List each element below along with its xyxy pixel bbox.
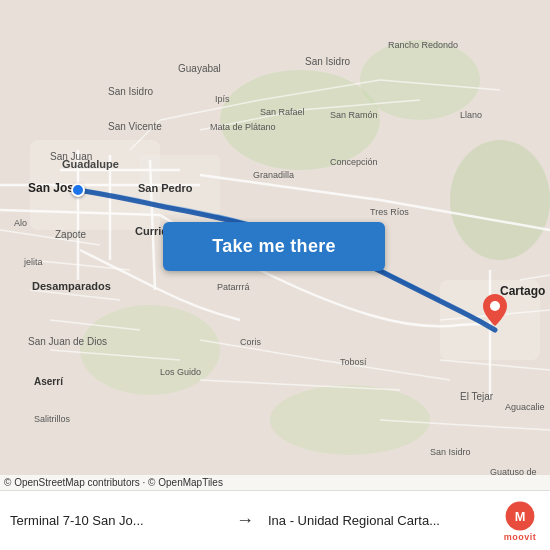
route-arrow-icon: → bbox=[232, 510, 258, 531]
svg-text:Concepción: Concepción bbox=[330, 157, 378, 167]
origin-label: Terminal 7-10 San Jo... bbox=[10, 513, 144, 528]
svg-text:San Isidro: San Isidro bbox=[305, 56, 350, 67]
svg-text:Aguacalie: Aguacalie bbox=[505, 402, 545, 412]
svg-point-70 bbox=[490, 301, 500, 311]
svg-text:Guadalupe: Guadalupe bbox=[62, 158, 119, 170]
origin-marker bbox=[71, 183, 85, 197]
svg-text:Mata de Plátano: Mata de Plátano bbox=[210, 122, 276, 132]
svg-text:Llano: Llano bbox=[460, 110, 482, 120]
take-me-there-button[interactable]: Take me there bbox=[163, 222, 385, 271]
svg-text:Guayabal: Guayabal bbox=[178, 63, 221, 74]
moovit-brand-text: moovit bbox=[504, 532, 537, 542]
svg-text:Aserrí: Aserrí bbox=[34, 376, 64, 387]
svg-text:San Pedro: San Pedro bbox=[138, 182, 193, 194]
svg-text:jelita: jelita bbox=[23, 257, 43, 267]
destination-label: Ina - Unidad Regional Carta... bbox=[268, 513, 440, 528]
map-container: San Juan San Isidro Guayabal San Isidro … bbox=[0, 0, 550, 490]
svg-point-6 bbox=[80, 305, 220, 395]
svg-text:San Vicente: San Vicente bbox=[108, 121, 162, 132]
map-attribution: © OpenStreetMap contributors · © OpenMap… bbox=[0, 475, 550, 490]
svg-point-8 bbox=[450, 140, 550, 260]
svg-point-7 bbox=[270, 385, 430, 455]
svg-text:Ipís: Ipís bbox=[215, 94, 230, 104]
svg-text:San Juan de Dios: San Juan de Dios bbox=[28, 336, 107, 347]
svg-text:Patarrrá: Patarrrá bbox=[217, 282, 250, 292]
attribution-text: © OpenStreetMap contributors · © OpenMap… bbox=[4, 477, 223, 488]
svg-text:El Tejar: El Tejar bbox=[460, 391, 494, 402]
svg-text:Los Guido: Los Guido bbox=[160, 367, 201, 377]
svg-point-4 bbox=[220, 70, 380, 170]
svg-text:San Ramón: San Ramón bbox=[330, 110, 378, 120]
svg-text:Granadilla: Granadilla bbox=[253, 170, 294, 180]
destination-marker bbox=[483, 294, 507, 330]
svg-text:Rancho Redondo: Rancho Redondo bbox=[388, 40, 458, 50]
moovit-logo: M moovit bbox=[490, 500, 550, 542]
svg-text:M: M bbox=[515, 508, 526, 523]
svg-text:San Isidro: San Isidro bbox=[430, 447, 471, 457]
bottom-bar: Terminal 7-10 San Jo... → Ina - Unidad R… bbox=[0, 490, 550, 550]
svg-text:Alo: Alo bbox=[14, 218, 27, 228]
svg-text:Coris: Coris bbox=[240, 337, 262, 347]
svg-text:Tobosí: Tobosí bbox=[340, 357, 367, 367]
svg-text:Tres Ríos: Tres Ríos bbox=[370, 207, 409, 217]
svg-text:San Isidro: San Isidro bbox=[108, 86, 153, 97]
route-destination: Ina - Unidad Regional Carta... bbox=[258, 513, 490, 528]
route-origin: Terminal 7-10 San Jo... bbox=[0, 513, 232, 528]
svg-text:San Rafael: San Rafael bbox=[260, 107, 305, 117]
take-me-there-label: Take me there bbox=[212, 236, 336, 257]
svg-text:Desamparados: Desamparados bbox=[32, 280, 111, 292]
svg-text:Zapote: Zapote bbox=[55, 229, 87, 240]
svg-text:Salitrillos: Salitrillos bbox=[34, 414, 71, 424]
